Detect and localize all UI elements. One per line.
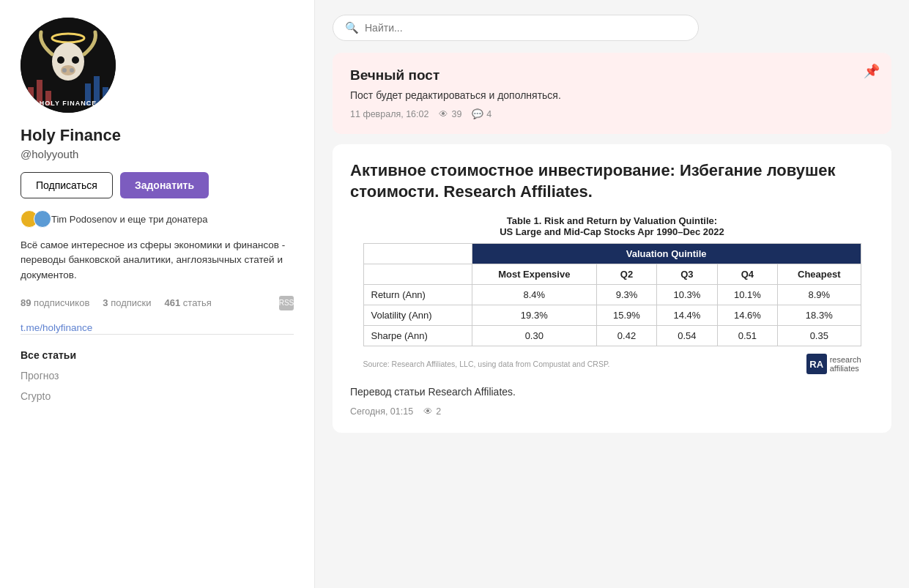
search-icon: 🔍 — [345, 21, 359, 34]
table-row-label: Sharpe (Ann) — [363, 326, 472, 346]
valuation-table: Valuation Quintile Most Expensive Q2 Q3 … — [363, 243, 861, 346]
main-content: 🔍 📌 Вечный пост Пост будет редактировать… — [315, 0, 909, 588]
svg-rect-8 — [28, 87, 34, 105]
channel-description: Всё самое интересное из сферы экономики … — [21, 238, 294, 283]
table-row: Volatility (Ann)19.3%15.9%14.4%14.6%18.3… — [363, 305, 861, 326]
svg-point-6 — [62, 68, 67, 72]
search-bar[interactable]: 🔍 — [333, 15, 699, 41]
svg-point-7 — [70, 68, 74, 72]
table-cell: 0.35 — [778, 326, 861, 346]
table-cell: 14.4% — [657, 305, 717, 326]
col-header-most-expensive: Most Expensive — [472, 264, 596, 285]
svg-point-4 — [72, 56, 79, 64]
table-row-label: Return (Ann) — [363, 285, 472, 305]
table-cell: 14.6% — [717, 305, 777, 326]
subscriptions-count: 3 подписки — [103, 297, 151, 308]
ra-logo: RA researchaffiliates — [806, 354, 861, 374]
table-cell: 0.42 — [596, 326, 656, 346]
table-cell: 10.1% — [717, 285, 777, 305]
article-card: Активное стоимостное инвестирование: Изб… — [333, 144, 891, 433]
channel-avatar: HOLY FINANCE — [21, 18, 116, 113]
stats-row: 89 подписчиков 3 подписки 461 статья RSS — [21, 296, 294, 310]
article-description: Перевод статьи Research Affiliates. — [350, 386, 874, 398]
article-views: 👁 2 — [423, 406, 441, 417]
table-caption: Table 1. Risk and Return by Valuation Qu… — [363, 215, 861, 237]
article-eye-icon: 👁 — [423, 406, 433, 417]
svg-text:HOLY FINANCE: HOLY FINANCE — [40, 100, 97, 107]
action-buttons: Подписаться Задонатить — [21, 172, 294, 198]
donors-row: Tim Podosenov и еще три донатера — [21, 210, 294, 228]
col-header-q4: Q4 — [717, 264, 777, 285]
svg-point-3 — [57, 56, 64, 64]
table-cell: 15.9% — [596, 305, 656, 326]
pinned-post-views: 👁 39 — [439, 109, 461, 119]
ra-label: researchaffiliates — [830, 355, 861, 373]
table-cell: 0.54 — [657, 326, 717, 346]
rss-icon[interactable]: RSS — [279, 296, 294, 310]
pin-icon: 📌 — [864, 63, 880, 79]
nav-item-all-articles[interactable]: Все статьи — [21, 345, 294, 365]
channel-handle: @holyyouth — [21, 148, 294, 160]
table-empty-header — [363, 244, 472, 264]
pinned-post-meta: 11 февраля, 16:02 👁 39 💬 4 — [350, 108, 874, 119]
table-row: Sharpe (Ann)0.300.420.540.510.35 — [363, 326, 861, 346]
channel-name: Holy Finance — [21, 126, 294, 145]
pinned-post-date: 11 февраля, 16:02 — [350, 109, 428, 119]
table-cell: 10.3% — [657, 285, 717, 305]
article-table-wrapper: Table 1. Risk and Return by Valuation Qu… — [363, 215, 861, 374]
table-cell: 8.9% — [778, 285, 861, 305]
table-row: Return (Ann)8.4%9.3%10.3%10.1%8.9% — [363, 285, 861, 305]
ra-logo-icon: RA — [806, 354, 827, 374]
sidebar: HOLY FINANCE Holy Finance @holyyouth Под… — [0, 0, 315, 588]
pinned-post-card: 📌 Вечный пост Пост будет редактироваться… — [333, 53, 891, 134]
col-header-q3: Q3 — [657, 264, 717, 285]
search-input[interactable] — [365, 22, 686, 34]
table-cell: 18.3% — [778, 305, 861, 326]
article-date: Сегодня, 01:15 — [350, 406, 413, 417]
table-cell: 0.51 — [717, 326, 777, 346]
donors-text: Tim Podosenov и еще три донатера — [51, 214, 207, 225]
nav-list: Все статьи Прогноз Crypto — [21, 345, 294, 406]
pinned-post-title: Вечный пост — [350, 67, 874, 83]
source-text: Source: Research Affiliates, LLC, using … — [363, 360, 610, 368]
nav-item-forecast[interactable]: Прогноз — [21, 365, 294, 386]
col-header-cheapest: Cheapest — [778, 264, 861, 285]
table-cell: 0.30 — [472, 326, 596, 346]
channel-link[interactable]: t.me/holyfinance — [21, 322, 92, 333]
sidebar-divider — [21, 334, 294, 335]
table-cell: 19.3% — [472, 305, 596, 326]
col-header-q2: Q2 — [596, 264, 656, 285]
article-title: Активное стоимостное инвестирование: Изб… — [350, 160, 874, 202]
pinned-post-text: Пост будет редактироваться и дополняться… — [350, 89, 874, 101]
svg-rect-13 — [103, 87, 108, 105]
comment-icon: 💬 — [472, 108, 483, 119]
donor-avatar-2 — [34, 210, 51, 228]
articles-count: 461 статья — [165, 297, 212, 308]
table-cell: 8.4% — [472, 285, 596, 305]
article-meta: Сегодня, 01:15 👁 2 — [350, 406, 874, 417]
eye-icon: 👁 — [439, 109, 448, 119]
subscribers-count: 89 подписчиков — [21, 297, 89, 308]
donate-button[interactable]: Задонатить — [120, 172, 209, 198]
table-row-label: Volatility (Ann) — [363, 305, 472, 326]
valuation-quintile-header: Valuation Quintile — [472, 244, 861, 264]
pinned-post-comments: 💬 4 — [472, 108, 491, 119]
col-header-label — [363, 264, 472, 285]
table-cell: 9.3% — [596, 285, 656, 305]
donor-avatars — [21, 210, 47, 228]
nav-item-crypto[interactable]: Crypto — [21, 386, 294, 406]
table-source-row: Source: Research Affiliates, LLC, using … — [363, 354, 861, 374]
subscribe-button[interactable]: Подписаться — [21, 172, 113, 198]
